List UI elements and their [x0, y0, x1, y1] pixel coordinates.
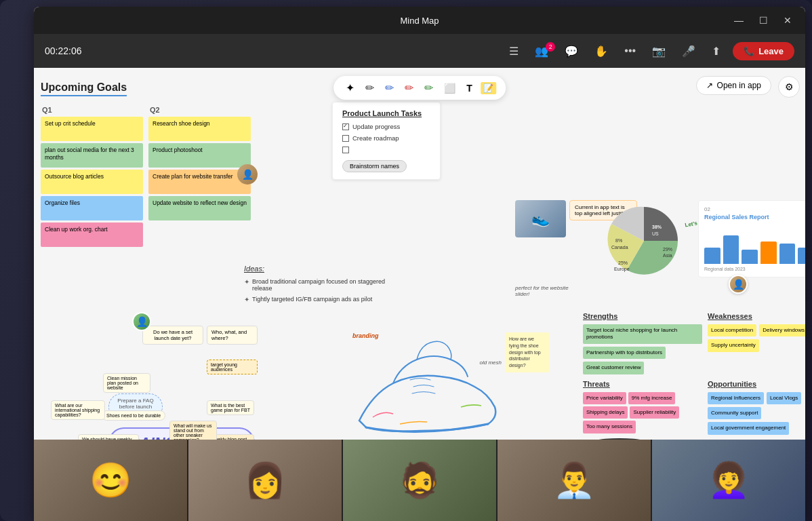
- video-tile-2: 👩: [188, 440, 342, 521]
- window-title: Mind Map: [400, 16, 439, 26]
- bar-6: [798, 248, 805, 264]
- pie-label-us2: US: [652, 231, 659, 236]
- video-tile-5: 👩‍🦱: [652, 440, 805, 521]
- pencil-black-tool[interactable]: ✏: [363, 80, 377, 96]
- threat-2: 9% mfg increase: [628, 392, 676, 404]
- weakness-3: Supply uncertainty: [708, 339, 759, 351]
- pencil-red-tool[interactable]: ✏: [402, 80, 416, 96]
- video-face-1: 😊: [34, 440, 187, 521]
- threats-items: Price variability 9% mfg increase Shippi…: [583, 392, 702, 440]
- task-2: Create roadmap: [342, 134, 430, 142]
- strengths-items: Target local niche shopping for launch p…: [583, 324, 702, 374]
- open-in-app-label: Open in app: [717, 81, 761, 90]
- participant-3-face: 🧔: [343, 440, 496, 521]
- q1-note-4: Organize files: [41, 196, 143, 220]
- minimize-button[interactable]: —: [732, 15, 746, 26]
- maximize-button[interactable]: ☐: [756, 15, 770, 26]
- more-options-icon[interactable]: •••: [620, 42, 640, 60]
- chat-icon[interactable]: 💬: [561, 42, 582, 60]
- swot-section: Strengths Target local niche shopping fo…: [583, 312, 805, 440]
- weakness-2: Delivery windows: [759, 324, 805, 336]
- threat-3: Shipping delays: [583, 406, 628, 419]
- swot-grid: Strengths Target local niche shopping fo…: [583, 312, 805, 440]
- pie-us: [644, 207, 678, 241]
- mindmap-node-what-will: What will make us stand out from other s…: [169, 421, 217, 440]
- shoe-sketch-section: branding old mesh see you sole: [352, 326, 502, 440]
- opportunities-items: Regional Influencers Local Vlogs Communi…: [708, 392, 805, 435]
- list-icon[interactable]: ☰: [505, 42, 523, 60]
- q1-column: Q1 Set up crit schedule plan out social …: [41, 106, 143, 249]
- chart-legend: Regional data 2023: [704, 267, 805, 271]
- video-face-4: 👨‍💼: [498, 440, 651, 521]
- close-button[interactable]: ✕: [781, 15, 794, 26]
- shoe-sketch-svg: [352, 326, 502, 440]
- mindmap-node-2: Who, what, and where?: [207, 326, 258, 345]
- task-3: [342, 146, 430, 153]
- threats-title: Threats: [583, 380, 702, 388]
- task-1: Update progress: [342, 123, 430, 130]
- opp-2: Local Vlogs: [767, 392, 801, 404]
- q1-note-2: plan out social media for the next 3 mon…: [41, 143, 143, 168]
- weaknesses-items: Local competition Delivery windows Suppl…: [708, 324, 805, 352]
- pie-label-asia2: Asia: [663, 253, 672, 258]
- opportunities-title: Opportunities: [708, 380, 805, 388]
- camera-icon[interactable]: 📷: [648, 42, 670, 60]
- mindmap-node-4: Clean mission plan posted on website: [103, 373, 150, 393]
- chart-label-02: 02: [704, 206, 805, 212]
- idea-2-star: ✦: [244, 296, 249, 303]
- opportunities-quadrant: Opportunities Regional Influencers Local…: [708, 380, 805, 440]
- participant-1-face: 😊: [34, 440, 187, 521]
- pointer-tool[interactable]: ✦: [343, 80, 357, 96]
- video-tile-4: 👨‍💼: [498, 440, 651, 521]
- participant-4-face: 👨‍💼: [498, 440, 651, 521]
- video-face-2: 👩: [188, 440, 342, 521]
- pencil-green-tool[interactable]: ✏: [422, 80, 436, 96]
- mindmap-area[interactable]: ✦ ✏ ✏ ✏ ✏ ⬜ T 📝 ↗ Open in app ⚙ Upcoming…: [34, 68, 805, 440]
- pencil-blue-tool[interactable]: ✏: [382, 80, 397, 96]
- idea-1-text: Broad traditional campaign focused on st…: [252, 278, 400, 292]
- task-2-label: Create roadmap: [352, 134, 399, 142]
- share-screen-icon[interactable]: ⬆: [708, 42, 725, 60]
- video-face-3: 🧔: [343, 440, 496, 521]
- hand-icon[interactable]: ✋: [590, 42, 612, 60]
- open-in-app-button[interactable]: ↗ Open in app: [696, 76, 771, 95]
- chart-title: Regional Sales Report: [704, 214, 805, 220]
- video-strip: 😊 👩 🧔 👨‍💼: [34, 440, 805, 521]
- weaknesses-quadrant: Weaknesses Local competition Delivery wi…: [708, 312, 805, 374]
- shoe-photo: 👟: [515, 200, 566, 237]
- avatar-mindmap: 👤: [132, 312, 151, 331]
- pie-label-europe2: Europe: [614, 267, 630, 272]
- settings-button[interactable]: ⚙: [778, 76, 800, 98]
- q1-note-5: Clean up work org. chart: [41, 223, 143, 247]
- old-mesh-label: old mesh: [480, 360, 502, 366]
- microphone-icon[interactable]: 🎤: [678, 42, 699, 60]
- weaknesses-title: Weaknesses: [708, 312, 805, 320]
- idea-2: ✦ Tightly targeted IG/FB campaign ads as…: [244, 296, 400, 303]
- weakness-1: Local competition: [708, 324, 756, 336]
- task-3-checkbox[interactable]: [342, 147, 349, 153]
- leave-button[interactable]: 📞 Leave: [733, 42, 794, 60]
- eraser-tool[interactable]: ⬜: [441, 81, 458, 95]
- brainstorm-names-button[interactable]: Brainstorm names: [342, 160, 407, 172]
- task-1-label: Update progress: [352, 123, 400, 130]
- sticky-tool[interactable]: 📝: [481, 82, 496, 94]
- call-timer: 00:22:06: [45, 45, 82, 56]
- q2-note-3-wrapper: Create plan for website transfer 👤: [148, 170, 251, 194]
- q2-column: Q2 Research shoe design Product photosho…: [148, 106, 251, 249]
- task-2-checkbox[interactable]: [342, 135, 349, 142]
- q2-note-1: Research shoe design: [148, 117, 251, 141]
- bar-chart-section: 02 Regional Sales Report Regional data 2…: [698, 200, 805, 277]
- pie-label-canada: 8%: [615, 238, 622, 243]
- opp-3: Community support: [708, 407, 761, 419]
- participants-button[interactable]: 👥 2: [531, 45, 552, 58]
- q1-note-3: Outsource blog articles: [41, 170, 143, 194]
- task-1-checkbox[interactable]: [342, 123, 349, 130]
- mindmap-node-1: Do we have a set launch date yet?: [142, 326, 203, 345]
- opp-1: Regional Influencers: [708, 392, 764, 404]
- phone-icon: 📞: [744, 46, 754, 56]
- text-tool[interactable]: T: [464, 81, 475, 95]
- threats-quadrant: Threats Price variability 9% mfg increas…: [583, 380, 702, 440]
- ideas-section: Ideas: ✦ Broad traditional campaign focu…: [244, 265, 400, 307]
- ideas-title: Ideas:: [244, 265, 400, 273]
- pie-label-asia: 29%: [663, 247, 672, 252]
